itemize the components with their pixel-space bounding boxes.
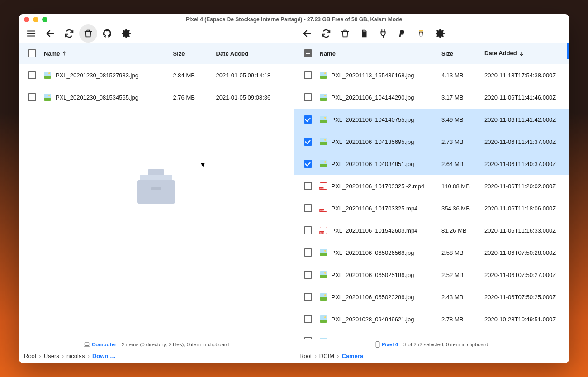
row-checkbox[interactable] xyxy=(298,204,318,212)
buy-coffee-button[interactable] xyxy=(412,24,430,43)
delete-button[interactable] xyxy=(336,24,354,43)
table-row[interactable]: PXL_20201230_081527933.jpg2.84 MB2021-01… xyxy=(19,64,294,86)
row-checkbox[interactable] xyxy=(298,248,318,257)
file-name-cell[interactable]: PXL_20201230_081527933.jpg xyxy=(42,72,173,79)
table-row[interactable]: PXL_20201106_101542603.mp481.26 MB2020-1… xyxy=(294,220,570,242)
column-header-name[interactable]: Name xyxy=(318,50,442,57)
file-name: PXL_20201027_064355195.jpg xyxy=(332,338,414,339)
breadcrumb-item[interactable]: Camera xyxy=(341,353,363,359)
breadcrumb-item[interactable]: nicolas xyxy=(66,353,85,359)
column-header-name[interactable]: Name xyxy=(42,50,173,57)
table-row[interactable]: PXL_20201106_104140755.jpg3.49 MB2020-11… xyxy=(294,109,570,131)
file-name: PXL_20201106_065023286.jpg xyxy=(332,294,414,301)
file-date: 2020-10-27T07:43:56.000Z xyxy=(484,338,566,339)
breadcrumb-item[interactable]: Downl… xyxy=(92,353,116,359)
file-name-cell[interactable]: PXL_20201027_064355195.jpg xyxy=(318,338,442,339)
table-row[interactable]: PXL_20201113_165436168.jpg4.13 MB2020-11… xyxy=(294,64,570,86)
file-name: PXL_20201106_065025186.jpg xyxy=(332,272,414,278)
close-window-button[interactable] xyxy=(24,17,29,22)
file-name-cell[interactable]: PXL_20201106_101542603.mp4 xyxy=(318,227,442,234)
table-row[interactable]: PXL_20201106_104135695.jpg2.73 MB2020-11… xyxy=(294,131,570,153)
refresh-button[interactable] xyxy=(60,24,78,43)
file-name-cell[interactable]: PXL_20201028_094949621.jpg xyxy=(318,315,442,323)
row-checkbox[interactable] xyxy=(298,271,318,279)
file-size: 354.36 MB xyxy=(441,205,484,212)
table-row[interactable]: PXL_20201027_064355195.jpg4.06 MB2020-10… xyxy=(294,330,570,339)
table-row[interactable]: PXL_20201106_101703325.mp4354.36 MB2020-… xyxy=(294,197,570,220)
row-checkbox[interactable] xyxy=(298,337,318,339)
back-button[interactable] xyxy=(41,24,59,43)
file-name: PXL_20201106_104140755.jpg xyxy=(332,116,414,123)
breadcrumb-item[interactable]: Root xyxy=(24,353,36,359)
left-pane: Name Size Date Added PXL_20201230_081527… xyxy=(19,24,294,339)
row-checkbox[interactable] xyxy=(298,138,318,146)
column-header-size[interactable]: Size xyxy=(173,50,216,57)
row-checkbox[interactable] xyxy=(298,315,318,323)
refresh-button[interactable] xyxy=(317,24,335,43)
table-row[interactable]: PXL_20201028_094949621.jpg2.78 MB2020-10… xyxy=(294,308,570,330)
paypal-button[interactable] xyxy=(393,24,411,43)
image-file-icon xyxy=(320,94,327,101)
right-status: Pixel 4 - 3 of 252 selected, 0 item in c… xyxy=(294,339,569,349)
row-checkbox[interactable] xyxy=(298,293,318,301)
table-row[interactable]: PXL_20201106_065023286.jpg2.43 MB2020-11… xyxy=(294,286,570,308)
minimize-window-button[interactable] xyxy=(33,17,38,22)
column-label-name: Name xyxy=(44,50,60,57)
file-name: PXL_20201106_101703325~2.mp4 xyxy=(332,183,425,190)
file-name-cell[interactable]: PXL_20201106_104140755.jpg xyxy=(318,116,442,123)
table-row[interactable]: PXL_20201106_101703325~2.mp4110.88 MB202… xyxy=(294,175,570,197)
github-button[interactable] xyxy=(98,24,116,43)
file-name-cell[interactable]: PXL_20201106_104034851.jpg xyxy=(318,160,442,167)
menu-button[interactable] xyxy=(22,24,40,43)
svg-rect-2 xyxy=(137,180,175,204)
maximize-window-button[interactable] xyxy=(42,17,47,22)
file-size: 4.06 MB xyxy=(441,338,484,339)
breadcrumb-item[interactable]: Root xyxy=(299,353,312,359)
table-row[interactable]: PXL_20201106_065026568.jpg2.58 MB2020-11… xyxy=(294,242,570,264)
table-row[interactable]: PXL_20201230_081534565.jpg2.76 MB2021-01… xyxy=(19,86,294,109)
row-checkbox[interactable] xyxy=(298,160,318,168)
row-checkbox[interactable] xyxy=(22,71,42,79)
settings-button[interactable] xyxy=(431,24,449,43)
row-checkbox[interactable] xyxy=(298,226,318,234)
left-status: Computer - 2 items (0 directory, 2 files… xyxy=(19,339,294,349)
row-checkbox[interactable] xyxy=(298,71,318,79)
file-name-cell[interactable]: PXL_20201106_101703325.mp4 xyxy=(318,205,442,212)
file-name-cell[interactable]: PXL_20201106_104144290.jpg xyxy=(318,94,442,101)
file-date: 2020-11-06T11:20:02.000Z xyxy=(484,183,566,190)
right-pane: Name Size Date Added PXL_20201113_165436… xyxy=(294,24,570,339)
plug-button[interactable] xyxy=(374,24,392,43)
column-header-date[interactable]: Date Added xyxy=(216,50,290,57)
file-name-cell[interactable]: PXL_20201230_081534565.jpg xyxy=(42,94,173,101)
file-name-cell[interactable]: PXL_20201106_101703325~2.mp4 xyxy=(318,182,442,190)
delete-button[interactable] xyxy=(79,24,97,43)
file-name-cell[interactable]: PXL_20201106_104135695.jpg xyxy=(318,138,442,145)
image-file-icon xyxy=(320,271,327,278)
select-all-checkbox[interactable] xyxy=(22,49,42,57)
status-text: 3 of 252 selected, 0 item in clipboard xyxy=(403,342,488,347)
file-name-cell[interactable]: PXL_20201106_065025186.jpg xyxy=(318,271,442,278)
status-device[interactable]: Computer xyxy=(92,342,116,347)
breadcrumb-item[interactable]: Users xyxy=(44,353,59,359)
storage-button[interactable] xyxy=(355,24,373,43)
file-name-cell[interactable]: PXL_20201113_165436168.jpg xyxy=(318,72,442,79)
file-name-cell[interactable]: PXL_20201106_065023286.jpg xyxy=(318,293,442,301)
row-checkbox[interactable] xyxy=(298,93,318,101)
select-all-checkbox[interactable] xyxy=(298,49,318,57)
row-checkbox[interactable] xyxy=(22,93,42,101)
column-header-size[interactable]: Size xyxy=(441,50,484,57)
settings-button[interactable] xyxy=(117,24,135,43)
row-checkbox[interactable] xyxy=(298,182,318,190)
status-device[interactable]: Pixel 4 xyxy=(382,342,398,347)
breadcrumb-item[interactable]: DCIM xyxy=(319,353,334,359)
file-name: PXL_20201106_065026568.jpg xyxy=(332,249,414,256)
table-row[interactable]: PXL_20201106_104034851.jpg2.64 MB2020-11… xyxy=(294,153,570,175)
cursor-icon xyxy=(201,161,206,167)
file-name-cell[interactable]: PXL_20201106_065026568.jpg xyxy=(318,249,442,256)
table-row[interactable]: PXL_20201106_104144290.jpg3.17 MB2020-11… xyxy=(294,86,570,109)
back-button[interactable] xyxy=(298,24,316,43)
table-row[interactable]: PXL_20201106_065025186.jpg2.52 MB2020-11… xyxy=(294,264,570,286)
row-checkbox[interactable] xyxy=(298,115,318,124)
svg-rect-3 xyxy=(151,187,161,190)
column-header-date[interactable]: Date Added xyxy=(484,50,566,57)
